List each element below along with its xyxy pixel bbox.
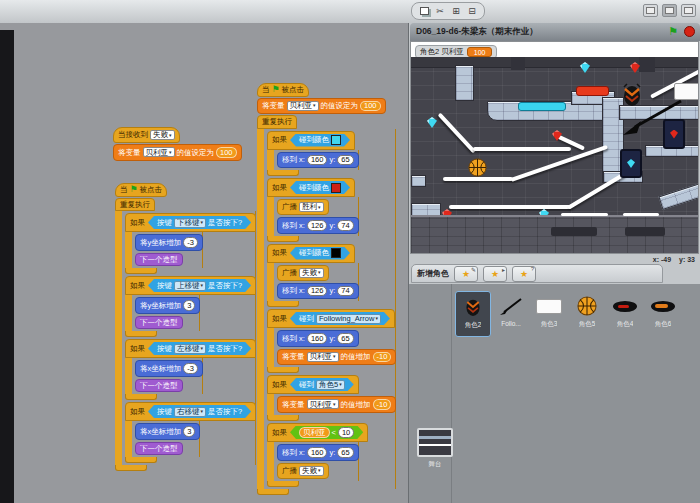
key-dropdown[interactable]: 下移键▾: [174, 218, 206, 228]
next-costume-block[interactable]: 下一个造型: [135, 442, 183, 456]
grow-sprite-icon[interactable]: ⊞: [449, 5, 463, 17]
forever-block[interactable]: 重复执行 如果 按键 下移键▾ 是否按下? 将y坐标增加-3: [115, 198, 256, 472]
green-flag-button[interactable]: ⚑: [668, 25, 678, 38]
touching-sprite-condition[interactable]: 碰到 Following_Arrow▾: [290, 312, 390, 325]
change-variable-block[interactable]: 将变量 贝利亚▾ 的值增加 -10: [277, 349, 396, 366]
change-y-block[interactable]: 将y坐标增加-3: [135, 234, 203, 251]
view-normal-button[interactable]: [662, 4, 677, 17]
value-input[interactable]: -3: [183, 237, 198, 248]
y-input[interactable]: 74: [337, 286, 353, 297]
value-input[interactable]: 3: [183, 300, 195, 311]
value-input[interactable]: 100: [216, 147, 237, 158]
color-swatch-black[interactable]: [331, 248, 341, 258]
duplicate-icon[interactable]: [417, 5, 431, 17]
change-x-block[interactable]: 将x坐标增加3: [135, 423, 200, 440]
broadcast-dropdown[interactable]: 失败▾: [299, 466, 324, 476]
y-input[interactable]: 65: [337, 333, 353, 344]
scripts-pane[interactable]: 当接收到 失败▾ 将变量 贝利亚▾ 的值设定为 100 当 ⚑ 被点击 重复执行: [0, 23, 408, 503]
if-block[interactable]: 如果 按键 左移键▾ 是否按下? 将x坐标增加-3 下一个造型: [125, 339, 256, 400]
key-dropdown[interactable]: 上移键▾: [174, 281, 206, 291]
sprite-thumb-juese3[interactable]: 角色3: [531, 291, 567, 337]
when-receive-hat[interactable]: 当接收到 失败▾: [113, 127, 180, 143]
if-block[interactable]: 如果 碰到 角色5▾ 将变量 贝利亚▾ 的值增加 -10: [267, 375, 396, 421]
x-input[interactable]: 160: [307, 333, 328, 344]
broadcast-dropdown[interactable]: 胜利▾: [299, 202, 324, 212]
variable-dropdown[interactable]: 贝利亚▾: [307, 352, 339, 362]
value-input[interactable]: -3: [183, 363, 198, 374]
stop-button[interactable]: [684, 26, 695, 37]
shrink-sprite-icon[interactable]: ⊟: [465, 5, 479, 17]
variable-dropdown[interactable]: 贝利亚▾: [143, 147, 175, 157]
goto-block[interactable]: 移到 x:126 y:74: [277, 217, 359, 234]
sprite-thumb-juese6[interactable]: 角色6: [645, 291, 681, 337]
script-movement[interactable]: 当 ⚑ 被点击 重复执行 如果 按键 下移键▾ 是否按下?: [115, 183, 256, 471]
change-variable-block[interactable]: 将变量 贝利亚▾ 的值增加 -10: [277, 396, 396, 413]
sprite-thumb-juese4[interactable]: 角色4: [607, 291, 643, 337]
value-input[interactable]: 10: [338, 427, 354, 438]
sprite-thumb-juese2[interactable]: 角色2: [455, 291, 491, 337]
paint-new-sprite-button[interactable]: ★✎: [454, 266, 478, 282]
less-than-condition[interactable]: 贝利亚 < 10: [290, 426, 363, 440]
if-block[interactable]: 如果 按键 上移键▾ 是否按下? 将y坐标增加3 下一个造型: [125, 276, 256, 337]
white-rect-sprite[interactable]: [674, 83, 698, 100]
variable-reporter[interactable]: 贝利亚: [299, 427, 330, 438]
if-block[interactable]: 如果 按键 下移键▾ 是否按下? 将y坐标增加-3 下一个造型: [125, 213, 256, 274]
y-input[interactable]: 65: [337, 155, 353, 166]
if-block[interactable]: 如果 碰到颜色 广播 胜利▾ 移到: [267, 178, 359, 242]
x-input[interactable]: 126: [307, 286, 328, 297]
next-costume-block[interactable]: 下一个造型: [135, 316, 183, 330]
broadcast-dropdown[interactable]: 失败▾: [299, 268, 324, 278]
y-input[interactable]: 74: [337, 220, 353, 231]
when-flag-hat[interactable]: 当 ⚑ 被点击: [115, 183, 167, 197]
basketball-sprite[interactable]: [468, 158, 487, 177]
touching-color-condition[interactable]: 碰到颜色: [290, 247, 350, 260]
value-input[interactable]: 100: [360, 101, 381, 112]
if-block[interactable]: 如果 碰到颜色 移到 x:160 y:65: [267, 131, 359, 177]
broadcast-block[interactable]: 广播 失败▾: [277, 463, 329, 479]
key-dropdown[interactable]: 右移键▾: [174, 407, 206, 417]
sprite-dropdown[interactable]: Following_Arrow▾: [316, 314, 381, 324]
touching-color-condition[interactable]: 碰到颜色: [290, 134, 350, 147]
import-sprite-button[interactable]: ★▸: [483, 266, 507, 282]
value-input[interactable]: -10: [373, 399, 392, 410]
goto-block[interactable]: 移到 x:126 y:74: [277, 283, 359, 300]
broadcast-block[interactable]: 广播 失败▾: [277, 265, 329, 281]
broadcast-block[interactable]: 广播 胜利▾: [277, 199, 329, 215]
key-pressed-condition[interactable]: 按键 下移键▾ 是否按下?: [148, 216, 251, 229]
touching-color-condition[interactable]: 碰到颜色: [290, 181, 350, 194]
forever-block[interactable]: 重复执行 如果 碰到颜色 移到 x:160: [257, 115, 396, 495]
scissors-icon[interactable]: ✂: [433, 5, 447, 17]
goto-block[interactable]: 移到 x:160 y:65: [277, 444, 359, 461]
set-variable-block[interactable]: 将变量 贝利亚▾ 的值设定为 100: [113, 144, 242, 161]
key-pressed-condition[interactable]: 按键 左移键▾ 是否按下?: [148, 342, 251, 355]
if-block[interactable]: 如果 碰到 Following_Arrow▾ 移到 x:160 y:65: [267, 309, 396, 373]
key-pressed-condition[interactable]: 按键 右移键▾ 是否按下?: [148, 405, 251, 418]
sprite-thumb-following-arrow[interactable]: Follo...: [493, 291, 529, 337]
touching-sprite-condition[interactable]: 碰到 角色5▾: [290, 378, 354, 391]
following-arrow-sprite[interactable]: [621, 97, 685, 139]
goto-block[interactable]: 移到 x:160 y:65: [277, 330, 359, 347]
key-pressed-condition[interactable]: 按键 上移键▾ 是否按下?: [148, 279, 251, 292]
script-when-receive[interactable]: 当接收到 失败▾ 将变量 贝利亚▾ 的值设定为 100: [113, 127, 242, 161]
stage-thumbnail[interactable]: 舞台: [417, 428, 453, 472]
y-input[interactable]: 65: [337, 447, 353, 458]
color-swatch-red[interactable]: [331, 183, 341, 193]
when-flag-hat[interactable]: 当 ⚑ 被点击: [257, 83, 309, 97]
stage[interactable]: 角色2 贝利亚 100: [410, 41, 699, 254]
x-input[interactable]: 126: [307, 220, 328, 231]
if-block[interactable]: 如果 贝利亚 < 10 移到 x:160 y:65: [267, 423, 368, 487]
x-input[interactable]: 160: [307, 447, 328, 458]
sprite-thumb-juese5[interactable]: 角色5: [569, 291, 605, 337]
value-input[interactable]: 3: [183, 426, 195, 437]
variable-dropdown[interactable]: 贝利亚▾: [287, 101, 319, 111]
sprite-dropdown[interactable]: 角色5▾: [316, 380, 345, 390]
value-input[interactable]: -10: [373, 352, 392, 363]
variable-dropdown[interactable]: 贝利亚▾: [307, 399, 339, 409]
if-block[interactable]: 如果 碰到颜色 广播 失败▾ 移到: [267, 244, 359, 308]
view-small-button[interactable]: [643, 4, 658, 17]
goto-block[interactable]: 移到 x:160 y:65: [277, 152, 359, 169]
if-block[interactable]: 如果 按键 右移键▾ 是否按下? 将x坐标增加3 下一个造型: [125, 402, 256, 463]
set-variable-block[interactable]: 将变量 贝利亚▾ 的值设定为 100: [257, 98, 386, 115]
change-y-block[interactable]: 将y坐标增加3: [135, 297, 200, 314]
change-x-block[interactable]: 将x坐标增加-3: [135, 360, 203, 377]
